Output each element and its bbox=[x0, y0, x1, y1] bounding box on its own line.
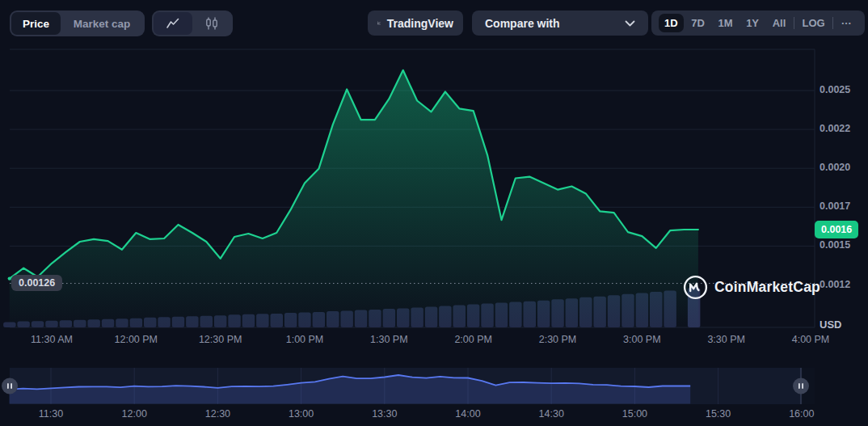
line-chart-icon bbox=[166, 18, 179, 29]
range-divider bbox=[794, 17, 794, 29]
candlestick-icon bbox=[204, 17, 219, 30]
compare-with-label: Compare with bbox=[485, 17, 560, 30]
chevron-down-icon bbox=[625, 20, 635, 27]
previous-close-price-label: 0.00126 bbox=[11, 275, 62, 291]
chart-type-toggle bbox=[152, 11, 233, 36]
tradingview-button[interactable]: TradingView bbox=[368, 11, 463, 36]
price-chart-panel: Price Market cap TradingView Com bbox=[0, 0, 868, 426]
price-marketcap-toggle: Price Market cap bbox=[10, 11, 145, 36]
range-button-1y[interactable]: 1Y bbox=[740, 14, 765, 32]
navigator-handle-right[interactable] bbox=[793, 378, 809, 394]
price-chart-canvas[interactable] bbox=[0, 0, 868, 426]
compare-with-dropdown[interactable]: Compare with bbox=[472, 11, 648, 36]
price-tab-label: Price bbox=[23, 18, 49, 30]
range-button-7d[interactable]: 7D bbox=[685, 14, 710, 32]
current-price-badge: 0.0016 bbox=[815, 221, 858, 238]
coinmarketcap-watermark-text: CoinMarketCap bbox=[714, 279, 820, 296]
price-tab[interactable]: Price bbox=[11, 12, 61, 35]
market-cap-tab[interactable]: Market cap bbox=[61, 12, 143, 35]
range-button-1d[interactable]: 1D bbox=[659, 14, 684, 32]
coinmarketcap-watermark: CoinMarketCap bbox=[683, 275, 820, 300]
market-cap-tab-label: Market cap bbox=[74, 18, 131, 30]
navigator-handle-left[interactable] bbox=[2, 378, 18, 394]
candlestick-chart-type-button[interactable] bbox=[192, 12, 231, 35]
range-button-more[interactable]: ··· bbox=[836, 14, 857, 32]
tradingview-chart-icon bbox=[377, 17, 381, 29]
currency-axis-label: USD bbox=[820, 318, 841, 331]
range-button-all[interactable]: All bbox=[767, 14, 792, 32]
range-button-1m[interactable]: 1M bbox=[712, 14, 738, 32]
coinmarketcap-logo-icon bbox=[683, 275, 708, 300]
navigator bbox=[2, 368, 815, 404]
range-divider bbox=[832, 17, 833, 29]
range-button-log[interactable]: LOG bbox=[797, 14, 831, 32]
tradingview-button-label: TradingView bbox=[387, 17, 453, 30]
time-range-selector: 1D7D1M1YAllLOG··· bbox=[651, 11, 865, 36]
line-chart-type-button[interactable] bbox=[154, 12, 192, 35]
